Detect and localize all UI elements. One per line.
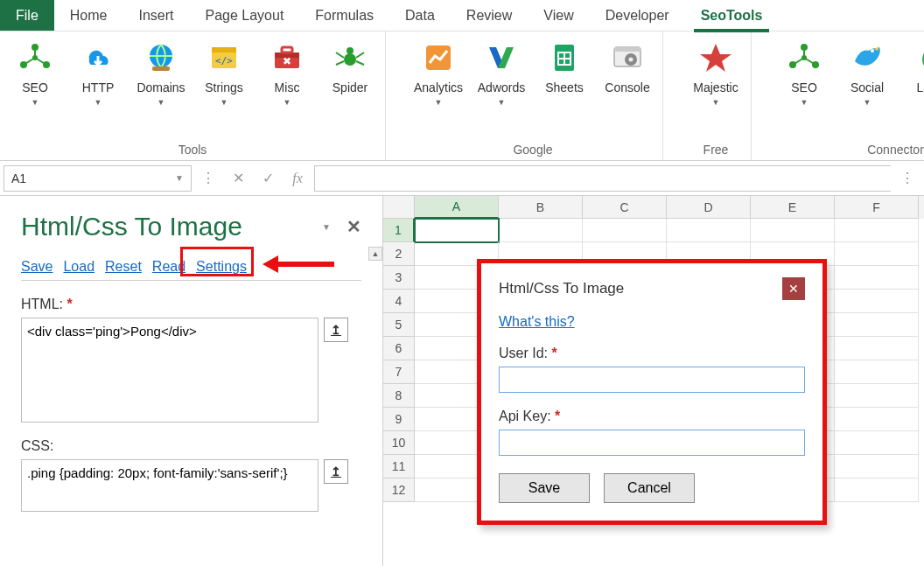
row-header[interactable]: 3	[383, 266, 415, 290]
cell[interactable]	[835, 266, 919, 290]
svg-line-21	[356, 61, 364, 65]
chevron-down-icon: ▼	[284, 98, 291, 107]
css-input[interactable]	[21, 459, 318, 512]
ribbon-majestic-label: Majestic	[693, 80, 738, 94]
tab-file[interactable]: File	[0, 0, 54, 31]
col-header[interactable]: F	[835, 196, 919, 219]
tab-developer[interactable]: Developer	[590, 0, 685, 31]
formula-dots[interactable]: ⋮	[195, 165, 221, 192]
ribbon-console[interactable]: Console	[599, 37, 655, 107]
cell[interactable]	[835, 408, 919, 431]
ribbon-misc[interactable]: ✖ Misc ▼	[259, 37, 315, 107]
dialog-save-button[interactable]: Save	[499, 473, 590, 503]
tab-view[interactable]: View	[528, 0, 589, 31]
tab-review[interactable]: Review	[451, 0, 528, 31]
ribbon-domains[interactable]: Domains ▼	[133, 37, 189, 107]
cell[interactable]	[835, 242, 919, 266]
insert-html-button[interactable]: ↥	[324, 318, 348, 342]
col-header[interactable]: A	[415, 196, 499, 219]
pane-menu-icon[interactable]: ▼	[322, 222, 331, 232]
svg-text:</>: </>	[215, 55, 233, 66]
tab-insert[interactable]: Insert	[122, 0, 189, 31]
tab-home[interactable]: Home	[54, 0, 123, 31]
cell[interactable]	[835, 290, 919, 313]
col-header[interactable]: D	[667, 196, 751, 219]
name-box[interactable]: A1 ▼	[4, 165, 192, 192]
row-header[interactable]: 2	[383, 242, 415, 266]
row-header[interactable]: 11	[383, 455, 415, 479]
row-header[interactable]: 1	[383, 219, 415, 242]
tab-formulas[interactable]: Formulas	[299, 0, 389, 31]
svg-rect-8	[152, 66, 170, 71]
cell[interactable]	[835, 337, 919, 360]
apikey-input[interactable]	[499, 430, 805, 456]
cell[interactable]	[835, 384, 919, 408]
svg-point-30	[629, 58, 634, 62]
html-input[interactable]	[21, 318, 318, 423]
network-icon	[14, 37, 56, 79]
ribbon-http[interactable]: HTTP ▼	[70, 37, 126, 107]
cell[interactable]	[835, 360, 919, 384]
dialog-close-button[interactable]: ✕	[782, 277, 805, 300]
cell[interactable]	[835, 219, 919, 242]
row-header[interactable]: 9	[383, 408, 415, 431]
network-icon	[783, 37, 825, 79]
cell[interactable]	[583, 219, 667, 242]
row-header[interactable]: 7	[383, 360, 415, 384]
col-header[interactable]: C	[583, 196, 667, 219]
ribbon-social-label: Social	[850, 80, 884, 94]
ribbon-adwords[interactable]: Adwords ▼	[473, 37, 529, 107]
row-header[interactable]: 10	[383, 431, 415, 455]
cell[interactable]	[751, 219, 835, 242]
ribbon-social[interactable]: Social ▼	[839, 37, 895, 107]
cloud-download-icon	[77, 37, 119, 79]
accept-formula-button[interactable]: ✓	[255, 165, 281, 192]
insert-css-button[interactable]: ↥	[324, 459, 348, 484]
ribbon-seo[interactable]: SEO ▼	[7, 37, 63, 107]
ribbon-spider[interactable]: Spider	[322, 37, 378, 107]
ribbon-strings[interactable]: </> Strings ▼	[196, 37, 252, 107]
ribbon-lang-label: Lang	[916, 80, 924, 94]
cell[interactable]	[415, 219, 499, 242]
col-header[interactable]: E	[751, 196, 835, 219]
link-reset[interactable]: Reset	[105, 259, 142, 275]
cancel-formula-button[interactable]: ✕	[225, 165, 251, 192]
close-pane-icon[interactable]: ✕	[346, 216, 361, 237]
formula-input[interactable]	[314, 165, 891, 192]
row-header[interactable]: 4	[383, 290, 415, 313]
ribbon-connectors-seo[interactable]: SEO ▼	[776, 37, 832, 107]
tab-seotools[interactable]: SeoTools	[685, 0, 779, 31]
svg-line-18	[336, 52, 344, 58]
row-header[interactable]: 12	[383, 479, 415, 502]
col-header[interactable]: B	[499, 196, 583, 219]
ribbon-console-label: Console	[605, 80, 649, 94]
ribbon-lang[interactable]: Lang ▼	[902, 37, 924, 107]
link-settings[interactable]: Settings	[196, 259, 247, 275]
cell[interactable]	[499, 219, 583, 242]
userid-input[interactable]	[499, 367, 805, 393]
formula-more[interactable]: ⋮	[894, 165, 920, 192]
select-all-corner[interactable]	[383, 196, 415, 219]
link-read[interactable]: Read	[152, 259, 186, 275]
cell[interactable]	[835, 455, 919, 479]
row-header[interactable]: 8	[383, 384, 415, 408]
row-header[interactable]: 5	[383, 313, 415, 337]
ribbon-analytics[interactable]: Analytics ▼	[410, 37, 466, 107]
fx-icon[interactable]: fx	[284, 165, 311, 192]
chart-icon	[417, 37, 459, 79]
tab-data[interactable]: Data	[389, 0, 451, 31]
dialog-cancel-button[interactable]: Cancel	[604, 473, 695, 503]
scroll-up-icon[interactable]: ▲	[368, 247, 382, 261]
cell[interactable]	[667, 219, 751, 242]
cell[interactable]	[835, 313, 919, 337]
link-save[interactable]: Save	[21, 259, 52, 275]
ribbon-majestic[interactable]: Majestic ▼	[688, 37, 744, 107]
svg-line-20	[356, 52, 364, 58]
tab-page-layout[interactable]: Page Layout	[189, 0, 299, 31]
ribbon-sheets[interactable]: Sheets	[536, 37, 592, 107]
whats-this-link[interactable]: What's this?	[499, 314, 805, 330]
cell[interactable]	[835, 431, 919, 455]
cell[interactable]	[835, 479, 919, 502]
link-load[interactable]: Load	[63, 259, 94, 275]
row-header[interactable]: 6	[383, 337, 415, 360]
